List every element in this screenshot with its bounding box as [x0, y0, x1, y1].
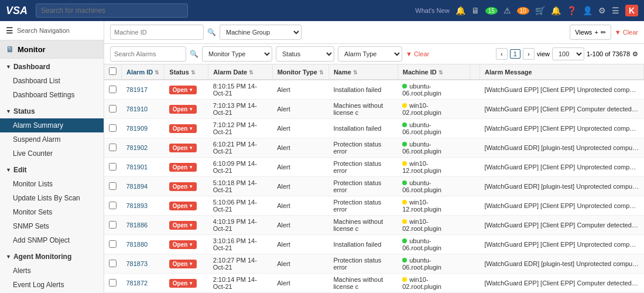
alarm-message-cell: [WatchGuard EPP] [Client EPP] Unprotecte… [480, 235, 644, 254]
scroll-indicator-cell [470, 196, 479, 216]
notification-icon[interactable]: 🔔 [455, 6, 465, 15]
filter-bar-1: 🔍 Machine Group Views + ✏ ▼ Clear [104, 21, 644, 44]
header-alarm-date[interactable]: Alarm Date ⇅ [208, 64, 272, 80]
sidebar-item-dashboard-settings[interactable]: Dashboard Settings [0, 88, 104, 102]
table-settings-icon[interactable]: ⚙ [632, 50, 638, 58]
views-button[interactable]: Views + ✏ [570, 25, 611, 40]
row-checkbox[interactable] [104, 177, 122, 196]
sidebar-item-alarm-summary[interactable]: Alarm Summary [0, 118, 104, 132]
sidebar-section-status-header[interactable]: ▼ Status [0, 104, 104, 118]
menu-icon[interactable]: ☰ [612, 6, 619, 15]
edit-icon: ✏ [601, 29, 606, 36]
header-name[interactable]: Name ⇅ [328, 64, 398, 80]
row-select-checkbox[interactable] [109, 202, 117, 209]
open-badge[interactable]: Open ▼ [169, 202, 197, 210]
row-checkbox[interactable] [104, 138, 122, 158]
machine-search-input[interactable] [36, 4, 188, 18]
row-select-checkbox[interactable] [109, 240, 117, 248]
sidebar-item-suspend-alarm[interactable]: Suspend Alarm [0, 132, 104, 146]
open-badge[interactable]: Open ▼ [169, 221, 197, 230]
machine-group-filter[interactable]: Machine Group [220, 25, 302, 40]
status-cell: Open ▼ [165, 158, 208, 177]
select-all-checkbox[interactable] [109, 67, 117, 75]
row-select-checkbox[interactable] [109, 182, 117, 190]
open-badge[interactable]: Open ▼ [169, 105, 197, 114]
sidebar-item-alerts[interactable]: Alerts [0, 264, 104, 278]
green-badge: 15 [485, 7, 498, 15]
header-monitor-type[interactable]: Monitor Type ⇅ [272, 64, 328, 80]
row-select-checkbox[interactable] [109, 279, 117, 287]
header-status[interactable]: Status ⇅ [165, 64, 208, 80]
row-checkbox[interactable] [104, 196, 122, 216]
alarm-message-cell: [WatchGuard EPP] [Client EPP] Computer d… [480, 216, 644, 235]
row-select-checkbox[interactable] [109, 105, 117, 113]
sidebar-item-add-snmp-object[interactable]: Add SNMP Object [0, 233, 104, 247]
hamburger-icon[interactable]: ☰ [6, 26, 13, 35]
row-select-checkbox[interactable] [109, 86, 117, 93]
next-page-button[interactable]: › [523, 48, 535, 60]
sidebar-item-event-log-alerts[interactable]: Event Log Alerts [0, 278, 104, 292]
open-badge[interactable]: Open ▼ [169, 260, 197, 268]
open-badge[interactable]: Open ▼ [169, 163, 197, 172]
clear-button-1[interactable]: ▼ Clear [615, 29, 638, 36]
warning-icon[interactable]: ⚠ [503, 6, 511, 15]
sidebar-item-monitor-lists[interactable]: Monitor Lists [0, 177, 104, 191]
cart-icon[interactable]: 🛒 [535, 6, 545, 15]
clear-button-2[interactable]: ▼ Clear [406, 50, 429, 57]
alarm-type-filter[interactable]: Alarm Type [338, 46, 402, 62]
open-badge[interactable]: Open ▼ [169, 182, 197, 191]
status-dropdown-arrow: ▼ [189, 242, 193, 247]
user-icon[interactable]: 👤 [583, 6, 592, 15]
alarm-id-cell: 781873 [122, 254, 165, 274]
settings-icon[interactable]: ⚙ [598, 6, 606, 15]
prev-page-button[interactable]: ‹ [496, 48, 508, 60]
open-badge[interactable]: Open ▼ [169, 240, 197, 249]
row-select-checkbox[interactable] [109, 260, 117, 267]
sidebar-section-agent-monitoring-header[interactable]: ▼ Agent Monitoring [0, 250, 104, 264]
sidebar-section-dashboard-header[interactable]: ▼ Dashboard [0, 60, 104, 74]
row-checkbox[interactable] [104, 254, 122, 274]
sidebar-section-edit-header[interactable]: ▼ Edit [0, 163, 104, 177]
row-select-checkbox[interactable] [109, 144, 117, 151]
sidebar-item-monitor-sets[interactable]: Monitor Sets [0, 205, 104, 219]
monitor-type-filter[interactable]: Monitor Type [202, 46, 272, 62]
alarm-date-cell: 2:10:27 PM 14-Oct-21 [208, 254, 272, 274]
row-checkbox[interactable] [104, 100, 122, 119]
row-checkbox[interactable] [104, 235, 122, 254]
machine-id-filter[interactable] [110, 25, 204, 40]
open-badge[interactable]: Open ▼ [169, 86, 197, 94]
open-badge[interactable]: Open ▼ [169, 144, 197, 152]
header-checkbox[interactable] [104, 64, 122, 80]
row-checkbox[interactable] [104, 158, 122, 177]
row-checkbox[interactable] [104, 274, 122, 293]
open-badge[interactable]: Open ▼ [169, 124, 197, 133]
sidebar-item-snmp-sets[interactable]: SNMP Sets [0, 219, 104, 233]
alarm-date-cell: 5:10:06 PM 14-Oct-21 [208, 196, 272, 216]
sidebar-header: ☰ Search Navigation [0, 21, 104, 40]
row-checkbox[interactable] [104, 80, 122, 100]
machine-id-search-icon[interactable]: 🔍 [207, 28, 216, 36]
header-machine-id[interactable]: Machine ID ⇅ [398, 64, 470, 80]
status-dropdown-arrow: ▼ [189, 184, 193, 189]
open-badge[interactable]: Open ▼ [169, 279, 197, 288]
status-filter[interactable]: Status [276, 46, 334, 62]
row-checkbox[interactable] [104, 216, 122, 235]
bell-icon[interactable]: 🔔 [551, 6, 561, 15]
monitor-icon[interactable]: 🖥 [471, 6, 479, 15]
help-icon[interactable]: ❓ [567, 6, 577, 15]
row-select-checkbox[interactable] [109, 163, 117, 171]
row-checkbox[interactable] [104, 119, 122, 138]
alarms-search-icon[interactable]: 🔍 [190, 50, 198, 58]
header-alarm-id[interactable]: Alarm ID ⇅ [122, 64, 165, 80]
view-label: view [537, 50, 550, 57]
search-alarms-input[interactable] [110, 46, 186, 62]
current-page[interactable]: 1 [510, 49, 520, 59]
row-select-checkbox[interactable] [109, 221, 117, 229]
sidebar-item-dashboard-list[interactable]: Dashboard List [0, 74, 104, 88]
header-alarm-message[interactable]: Alarm Message [480, 64, 644, 80]
sidebar-item-update-lists-by-scan[interactable]: Update Lists By Scan [0, 191, 104, 205]
whats-new-link[interactable]: What's New [415, 7, 449, 14]
view-count-select[interactable]: 100 [552, 47, 584, 60]
row-select-checkbox[interactable] [109, 124, 117, 132]
sidebar-item-live-counter[interactable]: Live Counter [0, 146, 104, 161]
